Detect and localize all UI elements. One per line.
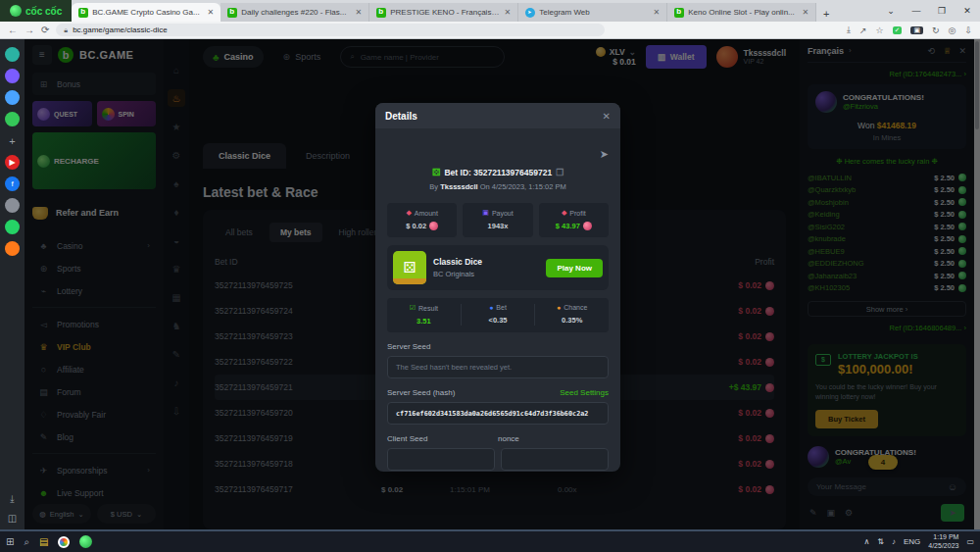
app-green-icon[interactable] — [5, 112, 20, 126]
tray-chevron-icon[interactable]: ∧ — [863, 537, 869, 546]
tab-title: Keno Online Slot - Play onlin... — [688, 8, 798, 17]
app-orange-icon[interactable] — [5, 241, 20, 256]
coin-icon — [429, 222, 438, 230]
modal-close-icon[interactable]: ✕ — [603, 111, 611, 122]
tab-close-icon[interactable]: ✕ — [803, 8, 809, 17]
play-now-button[interactable]: Play Now — [546, 259, 603, 277]
save-page-icon[interactable]: ⤓ — [847, 25, 851, 35]
browser-tabstrip: cốc cốc BC.GAME Crypto Casino Ga... ✕ Da… — [0, 0, 980, 22]
server-seed-hash-label: Server Seed (hash) — [387, 388, 455, 397]
chrome-icon[interactable] — [58, 536, 70, 548]
tab-close-icon[interactable]: ✕ — [505, 8, 512, 17]
extension-badge-icon[interactable]: ▣ — [910, 26, 923, 34]
tab-title: Telegram Web — [539, 8, 649, 17]
back-icon[interactable]: ← — [8, 25, 18, 35]
file-explorer-icon[interactable]: ▤ — [39, 536, 48, 547]
server-seed-field: The Seed hasn't been revealed yet. — [387, 356, 609, 378]
profile-icon[interactable]: ◎ — [949, 25, 956, 35]
tab-search-icon[interactable]: ⌄ — [878, 6, 904, 16]
new-tab-button[interactable]: + — [816, 8, 836, 22]
chance-stat: ●Chance 0.35% — [535, 304, 609, 326]
tab-title: BC.GAME Crypto Casino Ga... — [92, 8, 203, 17]
lock-icon: 🔒︎ — [64, 26, 68, 34]
tab-close-icon[interactable]: ✕ — [356, 8, 363, 17]
notifications-icon[interactable]: ▭ — [966, 537, 974, 546]
language-indicator[interactable]: ENG — [904, 537, 920, 546]
youtube-icon[interactable]: ▶ — [5, 155, 20, 170]
bookmark-star-icon[interactable]: ☆ — [875, 25, 883, 35]
whatsapp-icon[interactable] — [5, 220, 20, 234]
browser-brand: cốc cốc — [0, 0, 72, 22]
reload-icon[interactable]: ⟳ — [41, 25, 49, 35]
windows-taskbar: ⊞ ⌕ ▤ ∧ ⇅ ♪ ENG 1:19 PM 4/25/2023 ▭ — [0, 529, 980, 552]
bcgame-favicon — [78, 8, 88, 18]
browser-side-strip: + ▶ f ⤓ ◫ — [0, 39, 24, 529]
sync-icon[interactable]: ↻ — [932, 25, 940, 35]
messenger-icon[interactable] — [5, 47, 20, 62]
address-bar[interactable]: 🔒︎ bc.game/game/classic-dice — [56, 24, 605, 36]
taskbar-search-icon[interactable]: ⌕ — [24, 536, 29, 548]
copy-icon[interactable]: ❐ — [556, 168, 564, 177]
app-purple-icon[interactable] — [5, 69, 20, 83]
bet-icon: ● — [489, 304, 493, 311]
browser-tab-daily-challenges[interactable]: Daily challenges #220 - Flas... ✕ — [220, 3, 369, 22]
telegram-favicon — [525, 8, 535, 18]
browser-tab-keno-slot[interactable]: Keno Online Slot - Play onlin... ✕ — [667, 3, 816, 22]
bcgame-favicon — [227, 8, 237, 18]
coin-icon — [583, 222, 592, 230]
sidebar-pin-icon[interactable]: ◫ — [8, 513, 17, 524]
result-check-icon: ☑ — [410, 304, 416, 312]
app-grey-icon[interactable] — [5, 198, 20, 213]
payout-icon: ▣ — [482, 209, 489, 217]
bet-timestamp: On 4/25/2023, 1:15:02 PM — [480, 182, 566, 191]
volume-icon[interactable]: ♪ — [892, 537, 896, 546]
sidebar-download-icon[interactable]: ⤓ — [10, 493, 14, 505]
browser-tab-bcgame[interactable]: BC.GAME Crypto Casino Ga... ✕ — [72, 3, 220, 22]
network-icon[interactable]: ⇅ — [877, 537, 884, 546]
app-blue-icon[interactable] — [5, 90, 20, 105]
client-seed-field[interactable] — [387, 448, 495, 471]
chance-icon: ● — [557, 304, 561, 311]
facebook-icon[interactable]: f — [5, 176, 20, 191]
seed-settings-link[interactable]: Seed Settings — [560, 388, 609, 397]
nonce-label: nonce — [498, 434, 609, 443]
coccoc-logo-icon — [10, 5, 22, 17]
amount-stat: ◆Amount $ 0.02 — [387, 203, 457, 237]
bcgame-favicon — [376, 8, 386, 18]
add-app-icon[interactable]: + — [5, 133, 20, 148]
close-window-button[interactable]: ✕ — [955, 6, 980, 16]
screen: cốc cốc BC.GAME Crypto Casino Ga... ✕ Da… — [0, 0, 980, 552]
browser-tab-telegram[interactable]: Telegram Web ✕ — [518, 3, 667, 22]
tab-title: PRESTIGE KENO - Français -... — [390, 8, 500, 17]
bet-details-modal: Details ✕ ➤ ⚄ Bet ID: 35272113976459721 … — [375, 103, 620, 472]
game-card: ⚄ Classic Dice BC Originals Play Now — [387, 245, 609, 290]
player-name[interactable]: Tkssssdcll — [440, 182, 477, 191]
adblock-icon[interactable]: ✓ — [893, 26, 903, 34]
system-clock[interactable]: 1:19 PM 4/25/2023 — [928, 533, 958, 551]
server-seed-label: Server Seed — [387, 342, 430, 351]
result-stat: ☑Result 3.51 — [387, 304, 462, 326]
profit-icon: ◆ — [562, 209, 566, 217]
share-page-icon[interactable]: ↗ — [859, 25, 867, 35]
bcgame-favicon — [674, 8, 684, 18]
tab-close-icon[interactable]: ✕ — [654, 8, 661, 17]
forward-icon[interactable]: → — [24, 25, 34, 35]
tab-close-icon[interactable]: ✕ — [208, 8, 215, 17]
amount-icon: ◆ — [406, 209, 411, 217]
downloads-icon[interactable]: ⇩ — [964, 25, 972, 35]
client-seed-label: Client Seed — [387, 434, 498, 443]
start-button-icon[interactable]: ⊞ — [6, 536, 14, 547]
minimize-button[interactable]: — — [904, 6, 929, 16]
maximize-button[interactable]: ❐ — [929, 6, 955, 16]
nonce-field[interactable] — [501, 448, 609, 471]
profit-stat: ◆Profit $ 43.97 — [539, 203, 609, 237]
server-seed-hash-field[interactable]: cf716ef602d341583da0a26d6565d91c64d7d3f3… — [387, 402, 609, 425]
share-bet-icon[interactable]: ➤ — [600, 148, 609, 160]
browser-tab-prestige-keno[interactable]: PRESTIGE KENO - Français -... ✕ — [369, 3, 518, 22]
coccoc-taskbar-icon[interactable] — [79, 535, 92, 548]
url-text: bc.game/game/classic-dice — [73, 25, 167, 34]
modal-title: Details — [385, 111, 417, 122]
bcgame-page: ≡ b BC.GAME ⊞ Bonus QUEST SPIN — [24, 39, 980, 529]
dice-icon: ⚄ — [432, 167, 441, 177]
payout-stat: ▣Payout 1943x — [463, 203, 532, 237]
